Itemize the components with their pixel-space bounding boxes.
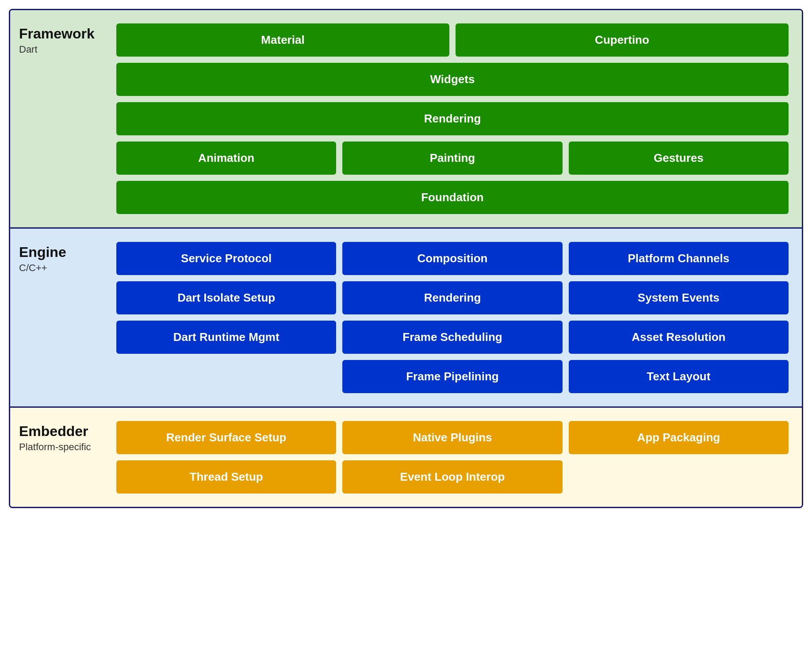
event-loop-interop-button[interactable]: Event Loop Interop bbox=[342, 460, 562, 494]
render-surface-setup-button[interactable]: Render Surface Setup bbox=[116, 421, 336, 454]
engine-section: Engine C/C++ Service Protocol Compositio… bbox=[10, 229, 802, 408]
framework-row-4: Animation Painting Gestures bbox=[116, 142, 789, 175]
engine-row-2: Dart Isolate Setup Rendering System Even… bbox=[116, 281, 789, 314]
platform-channels-button[interactable]: Platform Channels bbox=[569, 242, 789, 275]
painting-button[interactable]: Painting bbox=[342, 142, 562, 175]
framework-title: Framework bbox=[19, 26, 116, 42]
embedder-subtitle: Platform-specific bbox=[19, 441, 116, 453]
engine-title: Engine bbox=[19, 244, 116, 260]
composition-button[interactable]: Composition bbox=[342, 242, 562, 275]
native-plugins-button[interactable]: Native Plugins bbox=[342, 421, 562, 454]
rendering-engine-button[interactable]: Rendering bbox=[342, 281, 562, 314]
engine-subtitle: C/C++ bbox=[19, 262, 116, 274]
animation-button[interactable]: Animation bbox=[116, 142, 336, 175]
framework-row-2: Widgets bbox=[116, 63, 789, 96]
dart-isolate-setup-button[interactable]: Dart Isolate Setup bbox=[116, 281, 336, 314]
flutter-architecture-diagram: Framework Dart Material Cupertino Widget… bbox=[9, 9, 803, 508]
embedder-label: Embedder Platform-specific bbox=[19, 421, 116, 494]
embedder-content: Render Surface Setup Native Plugins App … bbox=[116, 421, 789, 494]
frame-scheduling-button[interactable]: Frame Scheduling bbox=[342, 321, 562, 354]
framework-row-3: Rendering bbox=[116, 102, 789, 135]
material-button[interactable]: Material bbox=[116, 23, 449, 57]
gestures-button[interactable]: Gestures bbox=[569, 142, 789, 175]
framework-section: Framework Dart Material Cupertino Widget… bbox=[10, 10, 802, 229]
engine-row-3: Dart Runtime Mgmt Frame Scheduling Asset… bbox=[116, 321, 789, 354]
embedder-title: Embedder bbox=[19, 423, 116, 440]
thread-setup-button[interactable]: Thread Setup bbox=[116, 460, 336, 494]
app-packaging-button[interactable]: App Packaging bbox=[569, 421, 789, 454]
engine-content: Service Protocol Composition Platform Ch… bbox=[116, 242, 789, 393]
engine-label: Engine C/C++ bbox=[19, 242, 116, 393]
service-protocol-button[interactable]: Service Protocol bbox=[116, 242, 336, 275]
framework-row-1: Material Cupertino bbox=[116, 23, 789, 57]
dart-runtime-mgmt-button[interactable]: Dart Runtime Mgmt bbox=[116, 321, 336, 354]
framework-content: Material Cupertino Widgets Rendering Ani… bbox=[116, 23, 789, 214]
foundation-button[interactable]: Foundation bbox=[116, 181, 789, 214]
engine-row-1: Service Protocol Composition Platform Ch… bbox=[116, 242, 789, 275]
embedder-row-1: Render Surface Setup Native Plugins App … bbox=[116, 421, 789, 454]
system-events-button[interactable]: System Events bbox=[569, 281, 789, 314]
rendering-framework-button[interactable]: Rendering bbox=[116, 102, 789, 135]
frame-pipelining-button[interactable]: Frame Pipelining bbox=[342, 360, 562, 393]
asset-resolution-button[interactable]: Asset Resolution bbox=[569, 321, 789, 354]
embedder-row-2: Thread Setup Event Loop Interop bbox=[116, 460, 789, 494]
embedder-section: Embedder Platform-specific Render Surfac… bbox=[10, 408, 802, 507]
framework-label: Framework Dart bbox=[19, 23, 116, 214]
widgets-button[interactable]: Widgets bbox=[116, 63, 789, 96]
cupertino-button[interactable]: Cupertino bbox=[456, 23, 789, 57]
framework-row-5: Foundation bbox=[116, 181, 789, 214]
text-layout-button[interactable]: Text Layout bbox=[569, 360, 789, 393]
framework-subtitle: Dart bbox=[19, 44, 116, 55]
engine-row-4: Frame Pipelining Text Layout bbox=[116, 360, 789, 393]
